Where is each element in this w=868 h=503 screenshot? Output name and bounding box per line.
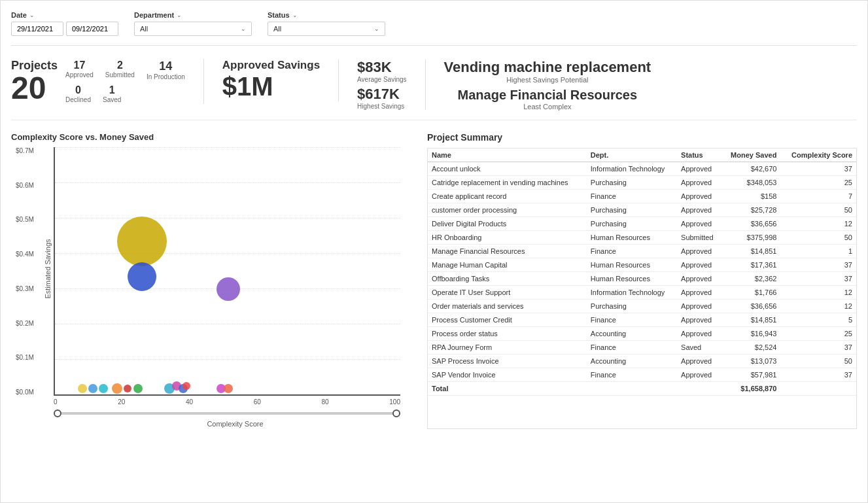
- x-label-1: 20: [118, 398, 125, 406]
- chart-bubble: [182, 382, 190, 390]
- cell-complexity: 50: [780, 355, 856, 368]
- cell-complexity: 5: [780, 313, 856, 327]
- col-name: Name: [428, 148, 587, 162]
- cell-complexity: 12: [780, 286, 856, 300]
- cell-name: RPA Journey Form: [428, 341, 587, 355]
- cell-status: Approved: [677, 300, 721, 313]
- date-range[interactable]: [11, 22, 118, 36]
- approved-savings-kpi: Approved Savings $1M: [222, 59, 339, 101]
- cell-dept: Information Technology: [587, 162, 677, 176]
- slider-left-thumb[interactable]: [54, 409, 61, 417]
- cell-complexity: 25: [780, 327, 856, 341]
- status-filter-label: Status: [268, 11, 290, 19]
- cell-money: $13,073: [721, 355, 781, 368]
- cell-dept: Purchasing: [587, 300, 677, 313]
- cell-complexity: 37: [780, 368, 856, 382]
- department-filter-group: Department ⌄ All ⌄: [134, 11, 252, 36]
- table-row: Offboarding Tasks Human Resources Approv…: [428, 272, 856, 286]
- date-start-input[interactable]: [11, 22, 63, 36]
- dept-chevron-icon: ⌄: [177, 12, 182, 18]
- cell-complexity: 7: [780, 190, 856, 203]
- approved-lbl: Approved: [65, 71, 94, 78]
- in-production-lbl: In Production: [147, 73, 185, 80]
- status-select[interactable]: All ⌄: [268, 22, 385, 36]
- main-content: Complexity Score vs. Money Saved Estimat…: [11, 132, 857, 429]
- cell-status: Approved: [677, 355, 721, 368]
- chart-title: Complexity Score vs. Money Saved: [11, 132, 417, 142]
- total-money: $1,658,870: [721, 382, 781, 396]
- table-row: Manage Financial Resources Finance Appro…: [428, 245, 856, 258]
- approved-val: 17: [74, 60, 86, 71]
- col-status: Status: [677, 148, 721, 162]
- cell-name: Order materials and services: [428, 300, 587, 313]
- saved-val: 1: [109, 84, 115, 96]
- x-axis-title: Complexity Score: [54, 420, 417, 428]
- table-row: Account unlock Information Technology Ap…: [428, 162, 856, 176]
- table-title: Project Summary: [427, 132, 857, 143]
- chart-bubble: [217, 277, 240, 301]
- cell-money: $14,851: [721, 245, 781, 258]
- y-label-0: $0.7M: [16, 147, 34, 154]
- cell-dept: Human Resources: [587, 231, 677, 245]
- y-label-7: $0.0M: [16, 389, 34, 396]
- table-row: Catridge replacement in vending machines…: [428, 176, 856, 190]
- dept-select-chevron: ⌄: [241, 26, 246, 32]
- cell-complexity: 1: [780, 245, 856, 258]
- projects-kpi: Projects 20 17 Approved 2 Submitted 14 I…: [11, 59, 204, 104]
- projects-total: 20: [11, 73, 58, 104]
- total-blank-complexity: [780, 382, 856, 396]
- total-label: Total: [428, 382, 587, 396]
- table-row: Process Customer Credit Finance Approved…: [428, 313, 856, 327]
- x-label-2: 40: [186, 398, 193, 406]
- date-end-input[interactable]: [66, 22, 118, 36]
- highlight2-title: Manage Financial Resources: [444, 88, 651, 103]
- cell-status: Approved: [677, 286, 721, 300]
- approved-savings-value: $1M: [222, 72, 320, 101]
- cell-status: Submitted: [677, 231, 721, 245]
- table-row: Operate IT User Support Information Tech…: [428, 286, 856, 300]
- slider-right-thumb[interactable]: [392, 409, 400, 417]
- cell-name: Account unlock: [428, 162, 587, 176]
- chart-bubble: [117, 217, 167, 266]
- y-label-2: $0.5M: [16, 216, 34, 223]
- chart-bubble: [128, 262, 156, 291]
- cell-status: Approved: [677, 327, 721, 341]
- highlight1-sub: Highest Savings Potential: [444, 76, 651, 84]
- chart-bubble: [88, 384, 97, 393]
- y-label-3: $0.4M: [16, 251, 34, 258]
- table-footer-row: Total $1,658,870: [428, 382, 856, 396]
- cell-complexity: 37: [780, 272, 856, 286]
- table-row: Create applicant record Finance Approved…: [428, 190, 856, 203]
- cell-money: $42,670: [721, 162, 781, 176]
- slider-track: [54, 412, 400, 415]
- status-value: All: [273, 25, 281, 33]
- cell-status: Approved: [677, 258, 721, 272]
- table-wrapper[interactable]: Name Dept. Status Money Saved Complexity…: [427, 148, 857, 429]
- cell-dept: Purchasing: [587, 176, 677, 190]
- cell-name: Create applicant record: [428, 190, 587, 203]
- approved-savings-title: Approved Savings: [222, 59, 320, 72]
- cell-money: $1,766: [721, 286, 781, 300]
- table-row: Process order status Accounting Approved…: [428, 327, 856, 341]
- cell-dept: Finance: [587, 190, 677, 203]
- chart-grid: [55, 147, 400, 394]
- cell-money: $14,851: [721, 313, 781, 327]
- cell-complexity: 37: [780, 258, 856, 272]
- project-table: Name Dept. Status Money Saved Complexity…: [428, 148, 856, 396]
- cell-dept: Purchasing: [587, 217, 677, 231]
- cell-name: Deliver Digital Products: [428, 217, 587, 231]
- x-label-5: 100: [389, 398, 400, 406]
- department-select[interactable]: All ⌄: [134, 22, 252, 36]
- highest-savings-lbl: Highest Savings: [357, 103, 406, 110]
- cell-status: Approved: [677, 245, 721, 258]
- department-filter-label: Department: [134, 11, 174, 19]
- cell-dept: Human Resources: [587, 272, 677, 286]
- x-label-4: 80: [322, 398, 329, 406]
- cell-name: HR Onboarding: [428, 231, 587, 245]
- avg-savings-val: $83K: [357, 59, 406, 76]
- cell-name: Catridge replacement in vending machines: [428, 176, 587, 190]
- dashboard: Date ⌄ Department ⌄ All ⌄ Status ⌄: [0, 0, 868, 503]
- declined-val: 0: [75, 84, 81, 96]
- y-label-4: $0.3M: [16, 285, 34, 292]
- cell-complexity: 50: [780, 203, 856, 217]
